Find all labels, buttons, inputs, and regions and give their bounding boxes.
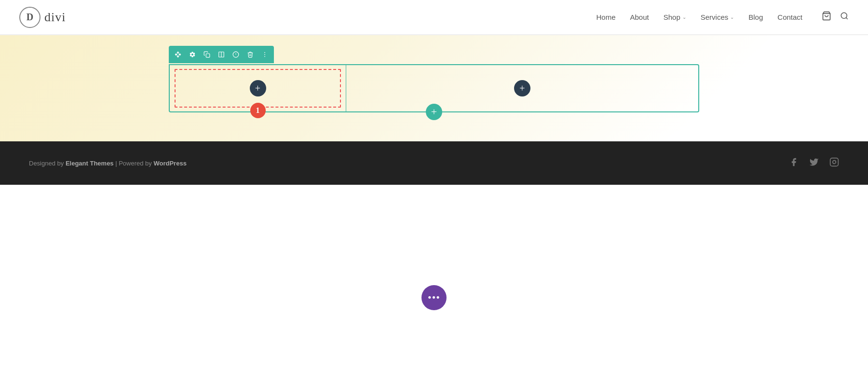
svg-point-11 xyxy=(264,56,265,57)
section-toolbar xyxy=(169,46,274,63)
below-footer-area: ••• xyxy=(0,185,868,325)
builder-section: + 1 + + xyxy=(169,64,699,112)
site-header: D divi Home About Shop ⌄ Services ⌄ Blog… xyxy=(0,0,868,35)
nav-utilities xyxy=(822,11,849,23)
chevron-down-icon: ⌄ xyxy=(730,14,734,20)
nav-item-blog[interactable]: Blog xyxy=(748,13,763,21)
instagram-icon[interactable] xyxy=(829,157,839,169)
footer-brand: Elegant Themes xyxy=(66,160,114,167)
column-right[interactable]: + xyxy=(346,65,698,111)
svg-point-1 xyxy=(841,13,847,18)
nav-item-contact[interactable]: Contact xyxy=(777,13,802,21)
add-module-button-left[interactable]: + xyxy=(250,80,266,96)
twitter-icon[interactable] xyxy=(809,157,819,169)
search-icon[interactable] xyxy=(840,12,849,23)
svg-point-10 xyxy=(264,54,265,55)
duplicate-icon[interactable] xyxy=(201,48,213,61)
settings-icon[interactable] xyxy=(186,48,199,61)
more-options-icon[interactable] xyxy=(258,48,271,61)
purple-fab-button[interactable]: ••• xyxy=(421,285,447,310)
page-content: + 1 + + xyxy=(0,35,868,141)
nav-item-services[interactable]: Services ⌄ xyxy=(701,13,734,21)
move-icon[interactable] xyxy=(172,48,184,61)
section-row: + 1 + + xyxy=(169,64,699,112)
footer-cms: WordPress xyxy=(153,160,186,167)
logo-name: divi xyxy=(44,10,66,25)
svg-rect-12 xyxy=(830,158,839,166)
add-row-button[interactable]: + xyxy=(426,104,442,120)
nav-item-about[interactable]: About xyxy=(630,13,649,21)
toggle-icon[interactable] xyxy=(230,48,242,61)
footer-social-icons xyxy=(789,157,839,169)
facebook-icon[interactable] xyxy=(789,157,799,169)
nav-item-shop[interactable]: Shop ⌄ xyxy=(664,13,686,21)
nav-item-home[interactable]: Home xyxy=(596,13,615,21)
chevron-down-icon: ⌄ xyxy=(682,14,686,20)
logo-icon: D xyxy=(19,7,41,28)
badge-number: 1 xyxy=(250,103,266,118)
delete-icon[interactable] xyxy=(244,48,257,61)
column-left[interactable]: + 1 xyxy=(170,65,346,111)
cart-icon[interactable] xyxy=(822,11,831,23)
add-module-button-right[interactable]: + xyxy=(514,80,530,96)
site-footer: Designed by Elegant Themes | Powered by … xyxy=(0,141,868,185)
columns-icon[interactable] xyxy=(215,48,228,61)
svg-rect-3 xyxy=(206,54,210,57)
svg-point-9 xyxy=(264,52,265,53)
svg-line-2 xyxy=(846,17,847,19)
footer-credit: Designed by Elegant Themes | Powered by … xyxy=(29,160,187,167)
logo[interactable]: D divi xyxy=(19,7,66,28)
main-nav: Home About Shop ⌄ Services ⌄ Blog Contac… xyxy=(596,11,849,23)
